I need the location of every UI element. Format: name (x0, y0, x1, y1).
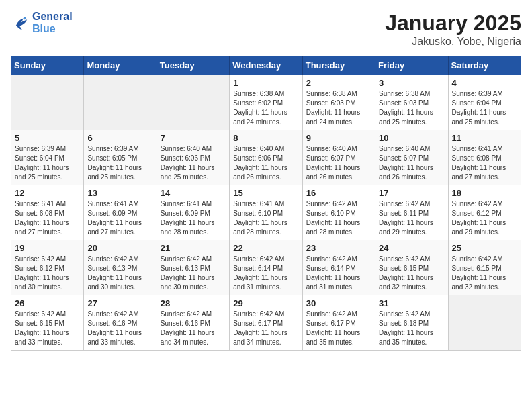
day-number: 29 (233, 298, 298, 308)
calendar-cell: 17Sunrise: 6:42 AM Sunset: 6:11 PM Dayli… (375, 185, 448, 240)
day-info: Sunrise: 6:40 AM Sunset: 6:06 PM Dayligh… (233, 144, 298, 182)
calendar-cell: 9Sunrise: 6:40 AM Sunset: 6:07 PM Daylig… (302, 130, 375, 185)
day-number: 5 (15, 133, 80, 143)
calendar-cell: 15Sunrise: 6:41 AM Sunset: 6:10 PM Dayli… (230, 185, 302, 240)
day-info: Sunrise: 6:41 AM Sunset: 6:08 PM Dayligh… (15, 199, 80, 237)
day-number: 31 (379, 298, 444, 308)
day-number: 6 (87, 133, 152, 143)
day-info: Sunrise: 6:42 AM Sunset: 6:15 PM Dayligh… (452, 255, 517, 292)
calendar-cell: 22Sunrise: 6:42 AM Sunset: 6:14 PM Dayli… (230, 240, 302, 295)
weekday-header: Monday (84, 56, 157, 75)
calendar-cell (11, 75, 84, 130)
day-number: 13 (87, 188, 152, 198)
day-number: 25 (452, 243, 517, 253)
day-number: 3 (379, 78, 444, 88)
day-info: Sunrise: 6:42 AM Sunset: 6:15 PM Dayligh… (379, 255, 444, 292)
day-info: Sunrise: 6:41 AM Sunset: 6:09 PM Dayligh… (161, 199, 226, 237)
day-number: 15 (233, 188, 298, 198)
day-info: Sunrise: 6:42 AM Sunset: 6:11 PM Dayligh… (379, 199, 444, 237)
day-info: Sunrise: 6:39 AM Sunset: 6:04 PM Dayligh… (15, 144, 80, 182)
calendar-cell: 8Sunrise: 6:40 AM Sunset: 6:06 PM Daylig… (230, 130, 302, 185)
day-info: Sunrise: 6:40 AM Sunset: 6:07 PM Dayligh… (306, 144, 371, 182)
day-info: Sunrise: 6:41 AM Sunset: 6:10 PM Dayligh… (233, 199, 298, 237)
day-number: 9 (306, 133, 371, 143)
day-info: Sunrise: 6:42 AM Sunset: 6:13 PM Dayligh… (87, 255, 152, 292)
day-info: Sunrise: 6:42 AM Sunset: 6:14 PM Dayligh… (306, 255, 371, 292)
day-number: 28 (161, 298, 226, 308)
calendar-cell: 16Sunrise: 6:42 AM Sunset: 6:10 PM Dayli… (302, 185, 375, 240)
day-info: Sunrise: 6:42 AM Sunset: 6:12 PM Dayligh… (452, 199, 517, 237)
title-block: January 2025 Jakusko, Yobe, Nigeria (385, 11, 521, 48)
calendar-cell: 2Sunrise: 6:38 AM Sunset: 6:03 PM Daylig… (302, 75, 375, 130)
calendar-cell: 24Sunrise: 6:42 AM Sunset: 6:15 PM Dayli… (375, 240, 448, 295)
calendar-cell: 25Sunrise: 6:42 AM Sunset: 6:15 PM Dayli… (448, 240, 521, 295)
day-number: 7 (161, 133, 226, 143)
calendar-subtitle: Jakusko, Yobe, Nigeria (385, 36, 521, 48)
day-info: Sunrise: 6:42 AM Sunset: 6:12 PM Dayligh… (15, 255, 80, 292)
calendar-week-row: 26Sunrise: 6:42 AM Sunset: 6:15 PM Dayli… (11, 295, 521, 351)
calendar-cell: 21Sunrise: 6:42 AM Sunset: 6:13 PM Dayli… (157, 240, 229, 295)
calendar-cell: 31Sunrise: 6:42 AM Sunset: 6:18 PM Dayli… (375, 295, 448, 351)
day-number: 1 (233, 78, 298, 88)
calendar-week-row: 19Sunrise: 6:42 AM Sunset: 6:12 PM Dayli… (11, 240, 521, 295)
day-info: Sunrise: 6:42 AM Sunset: 6:16 PM Dayligh… (161, 310, 226, 347)
day-number: 30 (306, 298, 371, 308)
logo-blue: Blue (32, 23, 73, 35)
page-header: General Blue January 2025 Jakusko, Yobe,… (11, 11, 521, 48)
calendar-cell: 19Sunrise: 6:42 AM Sunset: 6:12 PM Dayli… (11, 240, 84, 295)
day-info: Sunrise: 6:39 AM Sunset: 6:04 PM Dayligh… (452, 89, 517, 127)
calendar-cell: 29Sunrise: 6:42 AM Sunset: 6:17 PM Dayli… (230, 295, 302, 351)
weekday-header: Thursday (302, 56, 375, 75)
day-number: 11 (452, 133, 517, 143)
day-number: 12 (15, 188, 80, 198)
day-number: 14 (161, 188, 226, 198)
day-number: 22 (233, 243, 298, 253)
weekday-header: Sunday (11, 56, 84, 75)
day-number: 2 (306, 78, 371, 88)
day-number: 20 (87, 243, 152, 253)
weekday-header: Friday (375, 56, 448, 75)
day-info: Sunrise: 6:41 AM Sunset: 6:08 PM Dayligh… (452, 144, 517, 182)
day-info: Sunrise: 6:42 AM Sunset: 6:10 PM Dayligh… (306, 199, 371, 237)
calendar-cell (157, 75, 229, 130)
day-info: Sunrise: 6:38 AM Sunset: 6:03 PM Dayligh… (306, 89, 371, 127)
day-info: Sunrise: 6:40 AM Sunset: 6:07 PM Dayligh… (379, 144, 444, 182)
day-number: 10 (379, 133, 444, 143)
calendar-cell (448, 295, 521, 351)
day-number: 17 (379, 188, 444, 198)
day-info: Sunrise: 6:42 AM Sunset: 6:13 PM Dayligh… (161, 255, 226, 292)
calendar-cell: 30Sunrise: 6:42 AM Sunset: 6:17 PM Dayli… (302, 295, 375, 351)
calendar-cell: 12Sunrise: 6:41 AM Sunset: 6:08 PM Dayli… (11, 185, 84, 240)
calendar-cell (84, 75, 157, 130)
weekday-header-row: SundayMondayTuesdayWednesdayThursdayFrid… (11, 56, 521, 75)
calendar-week-row: 1Sunrise: 6:38 AM Sunset: 6:02 PM Daylig… (11, 75, 521, 130)
logo-general: General (32, 11, 73, 23)
day-number: 27 (87, 298, 152, 308)
day-info: Sunrise: 6:42 AM Sunset: 6:14 PM Dayligh… (233, 255, 298, 292)
calendar-cell: 26Sunrise: 6:42 AM Sunset: 6:15 PM Dayli… (11, 295, 84, 351)
day-info: Sunrise: 6:42 AM Sunset: 6:16 PM Dayligh… (87, 310, 152, 347)
weekday-header: Saturday (448, 56, 521, 75)
day-info: Sunrise: 6:42 AM Sunset: 6:15 PM Dayligh… (15, 310, 80, 347)
day-number: 18 (452, 188, 517, 198)
day-info: Sunrise: 6:40 AM Sunset: 6:06 PM Dayligh… (161, 144, 226, 182)
calendar-cell: 20Sunrise: 6:42 AM Sunset: 6:13 PM Dayli… (84, 240, 157, 295)
calendar-cell: 6Sunrise: 6:39 AM Sunset: 6:05 PM Daylig… (84, 130, 157, 185)
calendar-cell: 13Sunrise: 6:41 AM Sunset: 6:09 PM Dayli… (84, 185, 157, 240)
day-info: Sunrise: 6:39 AM Sunset: 6:05 PM Dayligh… (87, 144, 152, 182)
calendar-cell: 11Sunrise: 6:41 AM Sunset: 6:08 PM Dayli… (448, 130, 521, 185)
day-info: Sunrise: 6:42 AM Sunset: 6:17 PM Dayligh… (233, 310, 298, 347)
svg-point-0 (24, 17, 26, 20)
day-number: 19 (15, 243, 80, 253)
calendar-title: January 2025 (385, 11, 521, 36)
day-number: 21 (161, 243, 226, 253)
logo-icon (11, 13, 30, 32)
calendar-cell: 4Sunrise: 6:39 AM Sunset: 6:04 PM Daylig… (448, 75, 521, 130)
weekday-header: Wednesday (230, 56, 302, 75)
day-info: Sunrise: 6:38 AM Sunset: 6:03 PM Dayligh… (379, 89, 444, 127)
day-info: Sunrise: 6:42 AM Sunset: 6:17 PM Dayligh… (306, 310, 371, 347)
calendar-cell: 27Sunrise: 6:42 AM Sunset: 6:16 PM Dayli… (84, 295, 157, 351)
day-number: 4 (452, 78, 517, 88)
day-number: 8 (233, 133, 298, 143)
calendar-cell: 5Sunrise: 6:39 AM Sunset: 6:04 PM Daylig… (11, 130, 84, 185)
